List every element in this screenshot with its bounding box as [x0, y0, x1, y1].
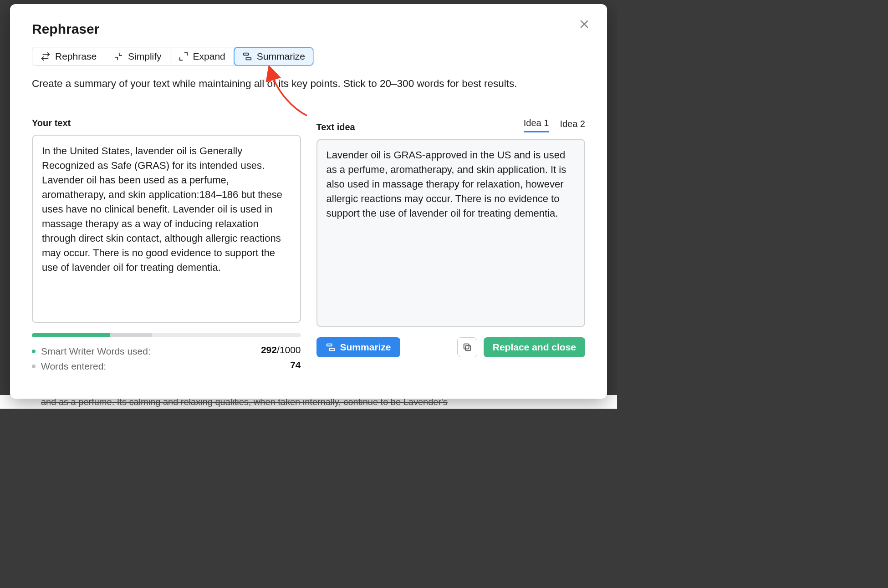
usage-progress-green [32, 333, 110, 337]
stat-words-entered-label: Words entered: [41, 361, 106, 372]
tab-summarize-label: Summarize [257, 51, 305, 62]
replace-close-button[interactable]: Replace and close [484, 337, 585, 357]
annotation-arrow [252, 66, 316, 120]
summarize-button-label: Summarize [340, 342, 391, 353]
modal-title: Rephraser [32, 21, 585, 37]
stat-words-used-label: Smart Writer Words used: [41, 346, 151, 357]
replace-close-label: Replace and close [493, 342, 576, 353]
summarize-button[interactable]: Summarize [316, 337, 400, 357]
usage-progress [32, 333, 301, 337]
rephraser-modal: Rephraser Rephrase Simplify [10, 4, 607, 399]
source-text-area[interactable]: In the United States, lavender oil is Ge… [32, 135, 301, 323]
expand-icon [179, 51, 189, 61]
rephrase-icon [41, 51, 51, 61]
stat-words-used: Smart Writer Words used: 292/1000 [32, 345, 301, 357]
close-button[interactable] [575, 15, 593, 33]
mode-description: Create a summary of your text while main… [32, 77, 585, 91]
mode-tab-group: Rephrase Simplify Expand [32, 47, 314, 66]
idea-tab-2[interactable]: Idea 2 [560, 118, 585, 132]
svg-rect-4 [244, 53, 249, 56]
idea-tab-1[interactable]: Idea 1 [524, 118, 549, 132]
svg-rect-5 [246, 58, 251, 60]
tab-rephrase-label: Rephrase [55, 51, 97, 62]
stat-words-entered: Words entered: 74 [32, 360, 301, 372]
left-column: Your text In the United States, lavender… [32, 118, 301, 375]
stat-words-used-value: 292/1000 [261, 345, 301, 355]
tab-expand-label: Expand [193, 51, 225, 62]
tab-simplify-label: Simplify [128, 51, 162, 62]
tab-rephrase[interactable]: Rephrase [32, 47, 105, 66]
dot-gray-icon [32, 365, 36, 368]
close-icon [579, 19, 590, 30]
svg-rect-8 [465, 346, 470, 351]
simplify-icon [113, 51, 123, 61]
summarize-icon [326, 342, 336, 352]
tab-summarize[interactable]: Summarize [234, 47, 313, 66]
right-column: Text idea Idea 1 Idea 2 Lavender oil is … [316, 118, 586, 375]
dot-green-icon [32, 350, 36, 353]
svg-rect-9 [464, 344, 469, 349]
usage-progress-gray [110, 333, 152, 337]
copy-button[interactable] [457, 337, 477, 357]
tab-expand[interactable]: Expand [170, 47, 234, 66]
idea-tabs: Idea 1 Idea 2 [524, 118, 585, 132]
stat-words-entered-value: 74 [290, 360, 301, 370]
svg-rect-7 [329, 349, 334, 351]
summarize-icon [242, 51, 252, 61]
tab-simplify[interactable]: Simplify [105, 47, 170, 66]
copy-icon [462, 342, 472, 352]
svg-rect-6 [327, 344, 332, 346]
your-text-heading: Your text [32, 118, 71, 128]
text-idea-heading: Text idea [316, 122, 355, 132]
result-text-area[interactable]: Lavender oil is GRAS-approved in the US … [316, 139, 586, 327]
